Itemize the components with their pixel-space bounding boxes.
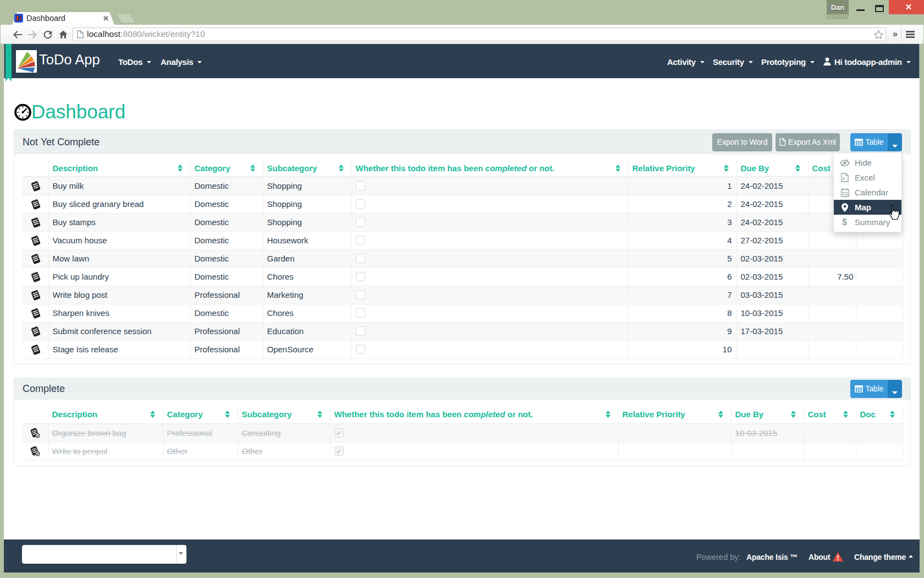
svg-text:x: x: [843, 176, 845, 181]
